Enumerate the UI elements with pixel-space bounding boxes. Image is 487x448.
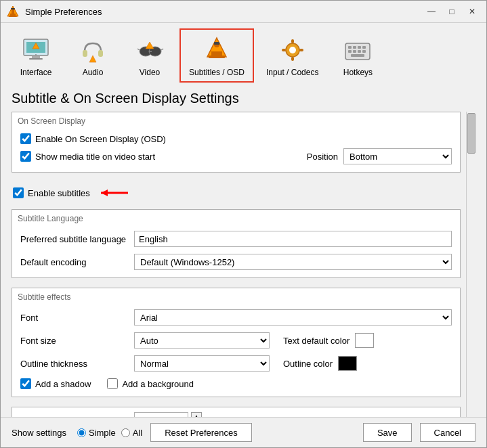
simple-radio-text: Simple — [89, 428, 116, 438]
svg-rect-33 — [348, 46, 352, 49]
close-button[interactable]: ✕ — [463, 5, 481, 18]
tab-interface-label: Interface — [20, 68, 52, 77]
enable-subtitles-label[interactable]: Enable subtitles — [13, 187, 90, 198]
enable-osd-checkbox[interactable] — [20, 133, 31, 144]
force-subtitle-content: Force subtitle position ▲ ▼ — [12, 407, 460, 417]
tab-interface[interactable]: Interface — [9, 28, 63, 83]
svg-rect-23 — [209, 55, 225, 58]
app-icon — [6, 5, 20, 18]
outline-color-label: Outline color — [283, 359, 333, 369]
subtitle-effects-title: Subtitle effects — [12, 288, 460, 305]
maximize-button[interactable]: □ — [443, 5, 461, 18]
svg-rect-30 — [282, 49, 286, 51]
outline-thickness-select[interactable]: Normal Thin Thick None — [134, 355, 270, 372]
add-background-label[interactable]: Add a background — [107, 378, 194, 389]
font-row: Font Arial Helvetica Times New Roman — [20, 307, 452, 328]
svg-line-18 — [137, 49, 140, 50]
outline-color-button[interactable] — [338, 356, 357, 371]
window: Simple Preferences — □ ✕ I — [0, 0, 487, 448]
title-bar: Simple Preferences — □ ✕ — [1, 1, 486, 23]
save-button[interactable]: Save — [363, 423, 412, 442]
svg-rect-2 — [9, 16, 17, 17]
font-size-label: Font size — [20, 336, 129, 346]
svg-rect-5 — [11, 8, 15, 9]
minimize-button[interactable]: — — [423, 5, 440, 18]
add-shadow-checkbox[interactable] — [20, 378, 31, 389]
tab-video[interactable]: Video — [123, 28, 177, 83]
svg-rect-38 — [353, 50, 356, 53]
bottom-bar: Show settings Simple All Reset Preferenc… — [1, 417, 486, 447]
text-color-button[interactable] — [355, 333, 374, 348]
position-field: Position Bottom Top Left Right — [307, 148, 452, 164]
tab-subtitles[interactable]: Subtitles / OSD — [179, 28, 254, 83]
force-subtitle-input[interactable] — [134, 412, 188, 417]
arrow-annotation — [94, 185, 135, 201]
add-shadow-text: Add a shadow — [35, 379, 91, 389]
tab-audio[interactable]: Audio — [66, 28, 120, 83]
subtitle-language-content: Preferred subtitle language Default enco… — [12, 226, 460, 277]
svg-marker-14 — [89, 55, 96, 62]
video-tab-icon — [133, 34, 166, 66]
add-background-checkbox[interactable] — [107, 378, 118, 389]
position-label: Position — [307, 152, 338, 162]
font-select[interactable]: Arial Helvetica Times New Roman — [134, 309, 452, 326]
shadow-background-row: Add a shadow Add a background — [20, 376, 452, 391]
outline-thickness-row: Outline thickness Normal Thin Thick None… — [20, 353, 452, 374]
enable-osd-text: Enable On Screen Display (OSD) — [35, 134, 166, 144]
force-subtitle-up[interactable]: ▲ — [191, 412, 202, 417]
force-subtitle-section: Force subtitle position ▲ ▼ — [12, 407, 461, 417]
all-radio-text: All — [133, 428, 142, 438]
subtitles-tab-icon — [200, 34, 233, 66]
scrollbar — [466, 112, 475, 417]
enable-subtitles-checkbox[interactable] — [13, 187, 24, 198]
position-select[interactable]: Bottom Top Left Right — [343, 148, 452, 164]
tab-audio-label: Audio — [83, 68, 104, 77]
svg-marker-43 — [101, 189, 108, 196]
tab-input[interactable]: Input / Codecs — [257, 28, 328, 83]
svg-rect-37 — [348, 50, 352, 53]
enable-subtitles-row: Enable subtitles — [12, 182, 461, 204]
scroll-area: On Screen Display Enable On Screen Displ… — [1, 112, 486, 417]
subtitle-language-title: Subtitle Language — [12, 210, 460, 226]
hotkeys-tab-icon — [341, 34, 374, 66]
show-media-title-label[interactable]: Show media title on video start — [20, 151, 155, 162]
tab-hotkeys-label: Hotkeys — [343, 68, 373, 77]
reset-preferences-button[interactable]: Reset Preferences — [150, 423, 252, 442]
simple-radio-label[interactable]: Simple — [77, 428, 116, 438]
font-size-select[interactable]: Auto Small Normal Large — [134, 332, 270, 349]
svg-rect-1 — [10, 14, 16, 16]
radio-group: Simple All — [77, 428, 142, 438]
svg-rect-31 — [299, 49, 303, 51]
preferred-language-row: Preferred subtitle language — [20, 229, 452, 249]
tab-subtitles-label: Subtitles / OSD — [189, 68, 245, 77]
preferred-language-input[interactable] — [134, 231, 452, 247]
input-tab-icon — [276, 34, 309, 66]
preferred-language-label: Preferred subtitle language — [20, 234, 129, 244]
svg-rect-22 — [211, 51, 222, 55]
interface-tab-icon — [20, 34, 52, 66]
cancel-button[interactable]: Cancel — [420, 423, 475, 442]
font-size-row: Font size Auto Small Normal Large Text d… — [20, 330, 452, 351]
default-encoding-label: Default encoding — [20, 257, 129, 267]
svg-rect-40 — [362, 50, 366, 53]
svg-rect-35 — [358, 46, 361, 49]
audio-tab-icon — [77, 34, 109, 66]
svg-rect-28 — [291, 39, 294, 43]
all-radio[interactable] — [121, 428, 130, 437]
subtitle-effects-section: Subtitle effects Font Arial Helvetica Ti… — [12, 288, 461, 397]
add-shadow-label[interactable]: Add a shadow — [20, 378, 91, 389]
simple-radio[interactable] — [77, 428, 86, 437]
content-area: Subtitle & On Screen Display Settings On… — [1, 83, 486, 447]
enable-osd-label[interactable]: Enable On Screen Display (OSD) — [20, 133, 166, 144]
force-subtitle-spinners: ▲ ▼ — [191, 412, 202, 417]
default-encoding-select[interactable]: Default (Windows-1252) UTF-8 ISO-8859-1 — [134, 254, 452, 270]
scrollbar-thumb[interactable] — [467, 113, 475, 154]
svg-rect-9 — [29, 58, 43, 60]
tab-hotkeys[interactable]: Hotkeys — [331, 28, 385, 83]
all-radio-label[interactable]: All — [121, 428, 142, 438]
page-title: Subtitle & On Screen Display Settings — [1, 83, 486, 112]
svg-rect-13 — [98, 50, 103, 57]
osd-section-content: Enable On Screen Display (OSD) Show medi… — [12, 129, 460, 172]
osd-section-title: On Screen Display — [12, 112, 460, 129]
show-media-title-checkbox[interactable] — [20, 151, 31, 162]
